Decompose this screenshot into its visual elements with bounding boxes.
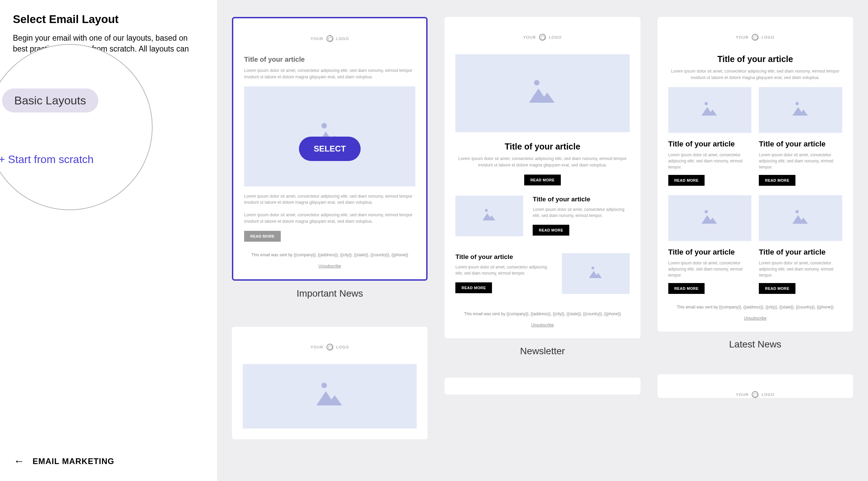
sidebar: Select Email Layout Begin your email wit… xyxy=(0,0,217,481)
logo: YOUR LOGO xyxy=(668,391,842,398)
layout-card-partial[interactable] xyxy=(445,378,640,395)
image-placeholder xyxy=(668,87,752,133)
mountain-icon xyxy=(482,211,496,221)
email-footer: This email was sent by {{company}}, {{ad… xyxy=(668,304,842,321)
logo-icon xyxy=(752,391,758,398)
image-placeholder xyxy=(668,195,752,241)
page-title: Select Email Layout xyxy=(13,13,204,26)
magnifier-callout: Basic Layouts + Start from scratch xyxy=(0,44,153,210)
mountain-icon xyxy=(792,213,809,224)
read-more-button[interactable]: READ MORE xyxy=(668,283,705,294)
breadcrumb-label: EMAIL MARKETING xyxy=(33,457,114,466)
read-more-button[interactable]: READ MORE xyxy=(244,231,281,242)
mountain-icon xyxy=(316,387,343,405)
mountain-icon xyxy=(589,269,603,278)
lorem-text: Lorem ipsum dolor sit amet, consectetur … xyxy=(244,212,415,225)
lorem-text: Lorem ipsum dolor sit amet, consectetur … xyxy=(455,156,629,168)
logo: YOUR LOGO xyxy=(455,34,629,41)
grid-item: Title of your article Lorem ipsum dolor … xyxy=(759,195,842,294)
email-footer: This email was sent by {{company}}, {{ad… xyxy=(244,252,415,268)
lorem-text: Lorem ipsum dolor sit amet, consectetur … xyxy=(533,206,629,219)
image-placeholder xyxy=(455,54,629,132)
unsubscribe-link[interactable]: Unsubscribe xyxy=(531,323,554,327)
lorem-text: Lorem ipsum dolor sit amet, consectetur … xyxy=(668,68,842,81)
select-button[interactable]: SELECT xyxy=(299,137,361,161)
grid-item: Title of your article Lorem ipsum dolor … xyxy=(668,87,752,186)
layout-name: Important News xyxy=(297,288,363,299)
start-from-scratch-link[interactable]: + Start from scratch xyxy=(0,153,137,166)
layout-card-important-news[interactable]: YOUR LOGO Title of your article Lorem ip… xyxy=(232,17,428,281)
read-more-button[interactable]: READ MORE xyxy=(524,175,561,185)
article-title: Title of your article xyxy=(759,248,842,257)
grid-item: Title of your article Lorem ipsum dolor … xyxy=(668,195,752,294)
lorem-text: Lorem ipsum dolor sit amet, consectetur … xyxy=(668,152,752,170)
mountain-icon xyxy=(702,104,718,116)
layout-card-partial[interactable]: YOUR LOGO xyxy=(232,327,428,439)
layout-name: Newsletter xyxy=(520,346,565,357)
sidebar-footer: ← EMAIL MARKETING xyxy=(0,441,217,481)
unsubscribe-link[interactable]: Unsubscribe xyxy=(744,316,767,321)
lorem-text: Lorem ipsum dolor sit amet, consectetur … xyxy=(668,260,752,278)
layout-gallery: YOUR LOGO Title of your article Lorem ip… xyxy=(217,0,868,481)
read-more-button[interactable]: READ MORE xyxy=(759,175,795,186)
logo: YOUR LOGO xyxy=(244,35,415,42)
logo-icon xyxy=(752,34,758,41)
logo-icon xyxy=(539,34,546,41)
article-title: Title of your article xyxy=(455,142,629,152)
image-placeholder xyxy=(243,364,417,428)
article-title: Title of your article xyxy=(244,56,415,63)
layout-card-newsletter[interactable]: YOUR LOGO Title of your article Lorem ip… xyxy=(445,17,640,338)
lorem-text: Lorem ipsum dolor sit amet, consectetur … xyxy=(759,152,842,170)
mountain-icon xyxy=(792,104,809,116)
logo: YOUR LOGO xyxy=(668,34,842,41)
image-placeholder xyxy=(562,253,630,294)
image-placeholder xyxy=(759,87,842,133)
article-title: Title of your article xyxy=(759,140,842,148)
article-title: Title of your article xyxy=(668,54,842,64)
lorem-text: Lorem ipsum dolor sit amet, consectetur … xyxy=(244,193,415,206)
basic-layouts-tab[interactable]: Basic Layouts xyxy=(2,88,98,113)
layout-card-latest-news[interactable]: YOUR LOGO Title of your article Lorem ip… xyxy=(657,17,853,332)
read-more-button[interactable]: READ MORE xyxy=(668,175,705,186)
article-title: Title of your article xyxy=(455,253,552,261)
image-placeholder xyxy=(455,196,523,236)
read-more-button[interactable]: READ MORE xyxy=(533,225,569,236)
back-arrow-icon[interactable]: ← xyxy=(14,455,24,467)
lorem-text: Lorem ipsum dolor sit amet, consectetur … xyxy=(759,260,842,278)
article-title: Title of your article xyxy=(668,140,752,148)
read-more-button[interactable]: READ MORE xyxy=(455,282,492,293)
logo: YOUR LOGO xyxy=(243,344,417,350)
layout-name: Latest News xyxy=(729,339,781,350)
logo-icon xyxy=(327,35,333,42)
email-footer: This email was sent by {{company}}, {{ad… xyxy=(455,311,629,327)
article-title: Title of your article xyxy=(533,196,629,203)
mountain-icon xyxy=(702,213,718,224)
lorem-text: Lorem ipsum dolor sit amet, consectetur … xyxy=(244,67,415,80)
image-placeholder xyxy=(759,195,842,241)
mountain-icon xyxy=(529,84,556,103)
logo-icon xyxy=(327,344,333,350)
grid-item: Title of your article Lorem ipsum dolor … xyxy=(759,87,842,186)
article-title: Title of your article xyxy=(668,248,752,257)
read-more-button[interactable]: READ MORE xyxy=(759,283,795,294)
unsubscribe-link[interactable]: Unsubscribe xyxy=(318,264,341,268)
lorem-text: Lorem ipsum dolor sit amet, consectetur … xyxy=(455,264,552,276)
layout-card-partial[interactable]: YOUR LOGO xyxy=(657,374,853,398)
